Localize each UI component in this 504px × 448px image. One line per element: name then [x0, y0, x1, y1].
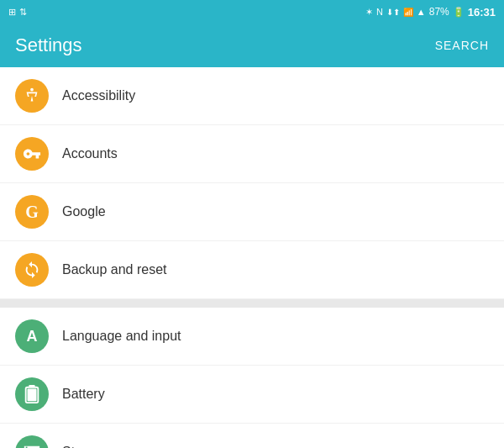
language-icon: A	[15, 319, 49, 353]
section-1: Accessibility Accounts G Google Backup a…	[0, 67, 504, 299]
status-icon-messages: ⊞	[8, 7, 16, 18]
svg-point-0	[30, 88, 34, 92]
status-icon-transfer: ⇅	[19, 7, 27, 18]
storage-label: Storage	[62, 445, 109, 448]
status-bar: ⊞ ⇅ ✶ N ⬇⬆ 📶 ▲ 87% 🔋 16:31	[0, 0, 504, 24]
storage-icon	[15, 435, 49, 448]
wifi-icon: ▲	[417, 7, 426, 17]
accessibility-label: Accessibility	[62, 88, 135, 103]
bluetooth-icon: ✶	[365, 7, 373, 18]
settings-item-google[interactable]: G Google	[0, 183, 504, 241]
signal-icon: 📶	[403, 8, 413, 17]
status-right-icons: ✶ N ⬇⬆ 📶 ▲ 87% 🔋 16:31	[365, 6, 496, 18]
accounts-label: Accounts	[62, 146, 118, 161]
battery-level: 87%	[429, 6, 449, 18]
status-time: 16:31	[468, 6, 496, 18]
language-label: Language and input	[62, 329, 181, 344]
settings-item-language[interactable]: A Language and input	[0, 308, 504, 366]
google-label: Google	[62, 204, 106, 219]
google-icon: G	[15, 195, 49, 229]
backup-label: Backup and reset	[62, 262, 167, 277]
accessibility-icon	[15, 79, 49, 113]
nfc-icon: N	[376, 7, 383, 17]
settings-item-accessibility[interactable]: Accessibility	[0, 67, 504, 125]
backup-icon	[15, 253, 49, 287]
section-divider	[0, 299, 504, 308]
battery-icon: 🔋	[453, 7, 465, 18]
data-icon: ⬇⬆	[386, 8, 400, 17]
svg-rect-3	[28, 389, 37, 402]
app-header: Settings SEARCH	[0, 24, 504, 67]
settings-item-storage[interactable]: Storage	[0, 424, 504, 448]
page-title: Settings	[15, 34, 82, 56]
settings-item-accounts[interactable]: Accounts	[0, 125, 504, 183]
battery-label: Battery	[62, 387, 105, 402]
settings-list: Accessibility Accounts G Google Backup a…	[0, 67, 504, 448]
settings-item-backup[interactable]: Backup and reset	[0, 241, 504, 299]
battery-icon	[15, 377, 49, 411]
accounts-icon	[15, 137, 49, 171]
settings-item-battery[interactable]: Battery	[0, 366, 504, 424]
status-left-icons: ⊞ ⇅	[8, 7, 27, 18]
search-button[interactable]: SEARCH	[435, 39, 489, 52]
section-2: A Language and input Battery Storage	[0, 308, 504, 448]
